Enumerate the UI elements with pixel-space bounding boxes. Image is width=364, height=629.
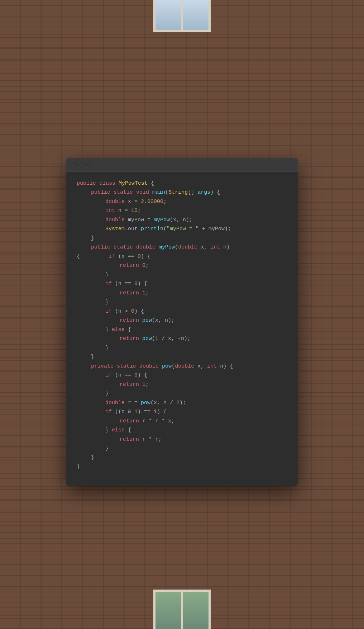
return-pow-pos: return pow(x, n); [120,316,287,325]
pow-if-zero: if (n == 0) { [105,371,287,380]
code-area: public class MyPowTest { public static v… [66,172,298,486]
else-block: } else { [105,325,287,335]
class-declaration: public class MyPowTest { [77,179,287,188]
else-close: } [105,344,287,353]
println: System.out.println("myPow = " + myPow); [105,224,287,234]
editor-window: public class MyPowTest { public static v… [66,158,298,486]
var-x: double x = 2.00000; [105,197,287,207]
pow-else-close: } [105,444,287,453]
title-bar [66,158,298,172]
pow-if-close: } [105,389,287,398]
return-pow-neg: return pow(1 / x, -n); [120,334,287,344]
mypow-open: {if (x == 0) { [77,252,287,261]
var-n: int n = 10; [105,206,287,216]
main-signature: public static void main(String[] args) { [91,188,287,197]
mypow-signature: public static double myPow(double x, int… [91,243,287,252]
if-x-close: } [105,270,287,280]
top-window [153,0,211,32]
return-one: return 1; [120,289,287,298]
pow-if-odd: if ((n & 1) == 1) { [105,407,287,417]
close-button[interactable] [72,162,77,167]
main-close: } [91,234,287,243]
var-r: double r = pow(x, n / 2); [105,398,287,408]
minimize-button[interactable] [80,162,85,167]
class-close: } [77,462,287,472]
return-rr: return r * r; [120,435,287,444]
if-n-zero: if (n == 0) { [105,279,287,289]
if-n-pos: if (n > 0) { [105,307,287,316]
maximize-button[interactable] [87,162,92,167]
if-n-close: } [105,298,287,307]
return-zero: return 0; [120,261,287,270]
bottom-window [153,590,211,629]
mypow-close: } [91,353,287,362]
var-mypow: double myPow = myPow(x, n); [105,216,287,225]
pow-signature: private static double pow(double x, int … [91,362,287,371]
pow-method-close: } [91,453,287,463]
return-rrx: return r * r * x; [120,417,287,426]
pow-else: } else { [105,426,287,435]
pow-return-one: return 1; [120,380,287,389]
